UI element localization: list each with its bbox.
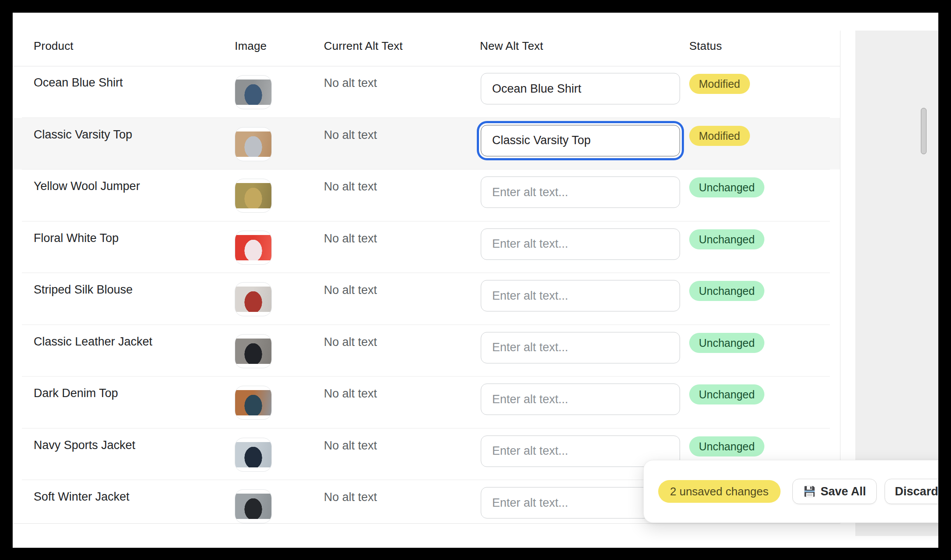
save-all-button[interactable]: Save All — [792, 479, 877, 504]
column-header-status: Status — [689, 39, 840, 66]
current-alt-text: No alt text — [324, 128, 377, 142]
new-alt-text-input[interactable] — [481, 176, 680, 208]
table-row: Ocean Blue Shirt No alt text Modified — [13, 66, 840, 118]
column-header-product: Product — [34, 39, 235, 66]
status-badge: Unchanged — [689, 384, 764, 404]
product-name: Classic Leather Jacket — [34, 335, 153, 348]
product-image-thumbnail — [235, 75, 272, 109]
product-photo — [235, 287, 271, 312]
table-row: Classic Varsity Top No alt text Modified — [13, 118, 840, 170]
product-photo — [235, 339, 271, 364]
table-row: Striped Silk Blouse No alt text Unchange… — [13, 273, 840, 325]
floppy-disk-icon — [803, 484, 817, 498]
status-badge: Unchanged — [689, 333, 764, 353]
current-alt-text: No alt text — [324, 439, 377, 452]
status-badge: Unchanged — [689, 177, 764, 197]
new-alt-text-input[interactable] — [481, 125, 680, 156]
current-alt-text: No alt text — [324, 180, 377, 193]
column-header-image: Image — [235, 39, 324, 66]
product-name: Striped Silk Blouse — [34, 283, 133, 296]
product-name: Classic Varsity Top — [34, 128, 132, 141]
new-alt-text-input[interactable] — [481, 280, 680, 311]
column-header-current-alt: Current Alt Text — [324, 39, 480, 66]
status-badge: Modified — [689, 126, 750, 146]
product-image-thumbnail — [235, 334, 272, 368]
current-alt-text: No alt text — [324, 491, 377, 504]
unsaved-changes-badge: 2 unsaved changes — [658, 480, 781, 503]
product-photo — [235, 235, 271, 260]
product-image-thumbnail — [235, 438, 272, 472]
product-name: Yellow Wool Jumper — [34, 180, 140, 193]
new-alt-text-input[interactable] — [481, 384, 680, 415]
product-image-thumbnail — [235, 489, 272, 523]
product-image-thumbnail — [235, 179, 272, 213]
product-photo — [235, 494, 271, 519]
product-photo — [235, 390, 271, 415]
current-alt-text: No alt text — [324, 283, 377, 297]
table-row: Dark Denim Top No alt text Unchanged — [13, 377, 840, 429]
table-row: Classic Leather Jacket No alt text Uncha… — [13, 325, 840, 377]
alt-text-table: Product Image Current Alt Text New Alt T… — [13, 13, 840, 524]
status-badge: Unchanged — [689, 229, 764, 249]
product-photo — [235, 131, 271, 157]
table-row: Yellow Wool Jumper No alt text Unchanged — [13, 169, 840, 221]
unsaved-changes-bar: 2 unsaved changes Save All Discard — [643, 460, 938, 523]
discard-button[interactable]: Discard — [885, 479, 938, 504]
current-alt-text: No alt text — [324, 76, 377, 90]
current-alt-text: No alt text — [324, 335, 377, 349]
save-all-label: Save All — [821, 485, 866, 498]
current-alt-text: No alt text — [324, 387, 377, 400]
table-row: Floral White Top No alt text Unchanged — [13, 221, 840, 273]
product-name: Ocean Blue Shirt — [34, 76, 123, 89]
table-header: Product Image Current Alt Text New Alt T… — [13, 13, 840, 66]
column-header-new-alt: New Alt Text — [480, 39, 689, 66]
product-photo — [235, 183, 271, 208]
app-window: Product Image Current Alt Text New Alt T… — [13, 13, 938, 548]
product-image-thumbnail — [235, 386, 272, 420]
product-name: Soft Winter Jacket — [34, 490, 129, 503]
current-alt-text: No alt text — [324, 232, 377, 245]
status-badge: Unchanged — [689, 281, 764, 301]
screenshot-frame: Product Image Current Alt Text New Alt T… — [0, 0, 951, 560]
product-name: Navy Sports Jacket — [34, 439, 135, 452]
table-right-border — [840, 31, 840, 523]
product-name: Floral White Top — [34, 232, 119, 245]
new-alt-text-input[interactable] — [481, 332, 680, 363]
product-image-thumbnail — [235, 127, 272, 161]
new-alt-text-input[interactable] — [481, 73, 680, 104]
new-alt-text-input[interactable] — [481, 228, 680, 260]
product-photo — [235, 442, 271, 467]
status-badge: Unchanged — [689, 436, 764, 456]
product-image-thumbnail — [235, 231, 272, 265]
scrollbar-thumb[interactable] — [921, 108, 927, 154]
product-name: Dark Denim Top — [34, 387, 118, 400]
product-image-thumbnail — [235, 282, 272, 316]
status-badge: Modified — [689, 74, 750, 94]
product-photo — [235, 80, 271, 105]
